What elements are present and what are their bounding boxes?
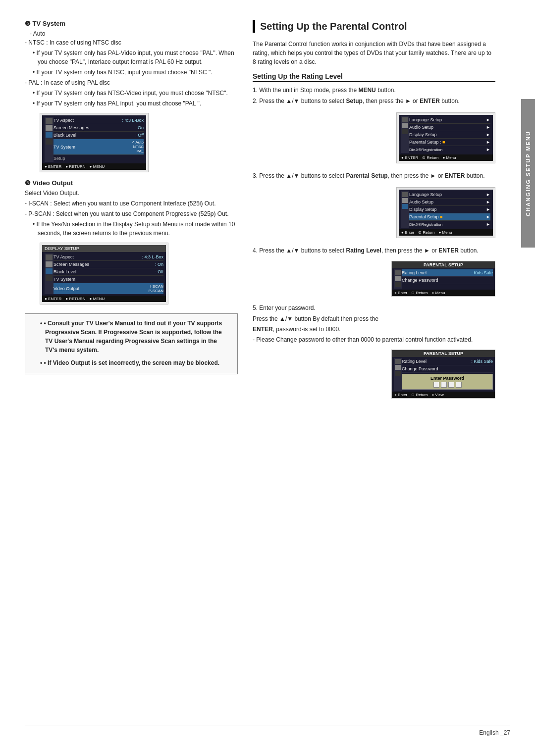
pw-note-line2: ENTER, password-is set to 0000. bbox=[253, 325, 495, 334]
s1-icon-2 bbox=[402, 123, 408, 128]
display-setup-screen-body: TV Aspect : 4:3 L-Box Screen Messages : … bbox=[42, 252, 166, 296]
tv-ntsc-disc: - NTSC : In case of using NTSC disc bbox=[25, 38, 238, 47]
s1-lang: Language Setup► bbox=[409, 116, 490, 124]
p4-icon-3 bbox=[395, 371, 401, 376]
display-setup-screen-header: DISPLAY SETUP bbox=[42, 245, 166, 252]
dsp-row-blacklevel: Black Level : Off bbox=[54, 268, 163, 276]
screen-row-blacklevel: Black Level : Off bbox=[54, 132, 144, 139]
main-content: ❺ TV System - Auto - NTSC : In case of u… bbox=[25, 20, 510, 715]
step-5: 5. Enter your password. bbox=[253, 303, 495, 312]
s1-parental: Parental Setup : ■► bbox=[409, 139, 490, 146]
pw-dot-1 bbox=[433, 382, 439, 388]
screen3-container: PARENTAL SETUP Rating Level bbox=[253, 257, 495, 301]
pw-note-line1: Press the ▲/▼ button By default then pre… bbox=[253, 314, 495, 323]
dsp-row-videooutput: Video Output I-SCAN P-SCAN bbox=[54, 283, 163, 294]
page-number: English _27 bbox=[479, 729, 510, 736]
s2-icon-2 bbox=[402, 198, 408, 203]
display-setup-screen-container: DISPLAY SETUP TV bbox=[40, 243, 238, 304]
s2-lang: Language Setup► bbox=[409, 191, 490, 199]
tv-system-screen-container: TV Aspect : 4:3 L-Box Screen Messages : … bbox=[40, 113, 238, 172]
screen-icons-col bbox=[45, 117, 54, 162]
pw-dot-2 bbox=[441, 382, 447, 388]
tv-system-section: ❺ TV System - Auto - NTSC : In case of u… bbox=[25, 20, 238, 108]
pw-dot-3 bbox=[448, 382, 454, 388]
screen-icon-4 bbox=[46, 139, 53, 145]
screen1-container: Language Setup► Audio Setup► Display Set… bbox=[253, 107, 495, 168]
screen3-parental: PARENTAL SETUP Rating Level bbox=[391, 261, 495, 297]
notice-box: • Consult your TV User's Manual to find … bbox=[25, 313, 238, 374]
left-column: ❺ TV System - Auto - NTSC : In case of u… bbox=[25, 20, 238, 715]
enter-password-label: Enter Password bbox=[405, 376, 490, 381]
screen2-container: Language Setup► Audio Setup► Display Set… bbox=[253, 182, 495, 243]
s2-display: Display Setup► bbox=[409, 206, 490, 213]
tv-system-screen-footer: ● ENTER ● RETURN ● MENU bbox=[42, 163, 146, 170]
p3-icon-3 bbox=[395, 282, 401, 287]
display-icon-4 bbox=[46, 275, 53, 281]
s2-icon-3 bbox=[402, 204, 408, 209]
p4-rating: Rating Level : Kids Safe bbox=[402, 358, 493, 365]
screen1-icons bbox=[401, 116, 409, 153]
p3-password: Change Password bbox=[402, 277, 493, 284]
parental-header-3: PARENTAL SETUP bbox=[392, 261, 495, 268]
dsp-row-tvaspect: TV Aspect : 4:3 L-Box bbox=[54, 253, 163, 261]
page-heading: Setting Up the Parental Control bbox=[253, 20, 495, 33]
tv-ntsc-video: If your TV system only has NTSC-Video in… bbox=[33, 89, 238, 98]
s2-divx: Div.X®Registration► bbox=[409, 221, 490, 228]
display-setup-screen-footer: ● ENTER ● RETURN ● MENU bbox=[42, 296, 166, 302]
p3-rating: Rating Level : Kids Safe bbox=[402, 269, 493, 277]
s1-icon-1 bbox=[402, 117, 408, 122]
s1-audio: Audio Setup► bbox=[409, 124, 490, 131]
page-container: CHANGING SETUP MENU ❺ TV System - Auto -… bbox=[0, 0, 535, 756]
right-column: Setting Up the Parental Control The Pare… bbox=[253, 20, 510, 715]
page-title: Setting Up the Parental Control bbox=[260, 20, 495, 33]
screen-icon-2 bbox=[46, 125, 53, 131]
display-rows-col: TV Aspect : 4:3 L-Box Screen Messages : … bbox=[54, 253, 163, 294]
step-2: 2. Press the ▲/▼ buttons to select Setup… bbox=[253, 97, 495, 105]
tv-system-options: ✓ Auto NTSC PAL bbox=[131, 140, 144, 153]
s2-parental: Parental Setup ■► bbox=[409, 213, 490, 221]
tv-pal-video: If your TV system only has PAL-Video inp… bbox=[33, 49, 238, 66]
parental-body-3-content: Rating Level : Kids Safe Change Password bbox=[394, 269, 493, 289]
subheading: Setting Up the Rating Level bbox=[253, 72, 495, 82]
notice-item-2: • If Video Output is set incorrectly, th… bbox=[40, 358, 230, 367]
tv-pal-only: If your TV system only has PAL input, yo… bbox=[33, 99, 238, 108]
page-footer: English _27 bbox=[25, 725, 510, 736]
screen2-body: Language Setup► Audio Setup► Display Set… bbox=[399, 190, 493, 229]
step-3: 3. Press the ▲/▼ buttons to select Paren… bbox=[253, 171, 495, 180]
parental4-icons bbox=[394, 358, 402, 391]
notice-item-1: • Consult your TV User's Manual to find … bbox=[40, 319, 230, 354]
parental4-rows: Rating Level : Kids Safe Change Password… bbox=[402, 358, 493, 391]
s2-icon-1 bbox=[402, 192, 408, 197]
screen1-footer: ● ENTER ⊙ Return ● Menu bbox=[399, 154, 493, 161]
display-setup-screen: DISPLAY SETUP TV bbox=[40, 243, 168, 304]
video-output-intro: Select Video Output. bbox=[25, 189, 238, 198]
parental3-icons bbox=[394, 269, 402, 289]
screen4-container: PARENTAL SETUP Rating Level bbox=[253, 346, 495, 403]
tv-system-screen: TV Aspect : 4:3 L-Box Screen Messages : … bbox=[40, 113, 149, 172]
screen1-body: Language Setup► Audio Setup► Display Set… bbox=[399, 115, 493, 154]
screen2-icons bbox=[401, 191, 409, 228]
screen1-content: Language Setup► Audio Setup► Display Set… bbox=[401, 116, 490, 153]
pscan-text: - P-SCAN : Select when you want to use C… bbox=[25, 209, 238, 218]
screen-row-setup1: Setup bbox=[54, 155, 144, 162]
display-icon-2 bbox=[46, 261, 53, 267]
parental-body-4-content: Rating Level : Kids Safe Change Password… bbox=[394, 358, 493, 391]
parental-footer-3: ● Enter ⊙ Return ● Menu bbox=[392, 290, 495, 296]
side-tab: CHANGING SETUP MENU bbox=[521, 99, 535, 248]
pw-note-line3: - Please Change password to other than 0… bbox=[253, 335, 495, 344]
screen1-rows: Language Setup► Audio Setup► Display Set… bbox=[409, 116, 490, 153]
side-tab-text: CHANGING SETUP MENU bbox=[525, 131, 531, 216]
parental-body-4: Rating Level : Kids Safe Change Password… bbox=[392, 357, 495, 392]
dsp-row-screenmsg: Screen Messages : On bbox=[54, 261, 163, 268]
parental-body-3: Rating Level : Kids Safe Change Password bbox=[392, 268, 495, 290]
s1-icon-3 bbox=[402, 129, 408, 134]
screen-row-screenmsg: Screen Messages : On bbox=[54, 124, 144, 132]
screen2-footer: ● Enter ⊙ Return ● Menu bbox=[399, 229, 493, 236]
parental-header-4: PARENTAL SETUP bbox=[392, 350, 495, 357]
step-4: 4. Press the ▲/▼ buttons to select Ratin… bbox=[253, 246, 495, 255]
parental-footer-4: ● Enter ⊙ Return ● View bbox=[392, 392, 495, 398]
screen4-parental: PARENTAL SETUP Rating Level bbox=[391, 350, 495, 399]
p3-icon-1 bbox=[395, 270, 401, 275]
screen1: Language Setup► Audio Setup► Display Set… bbox=[396, 112, 495, 163]
p4-icon-2 bbox=[395, 365, 401, 370]
